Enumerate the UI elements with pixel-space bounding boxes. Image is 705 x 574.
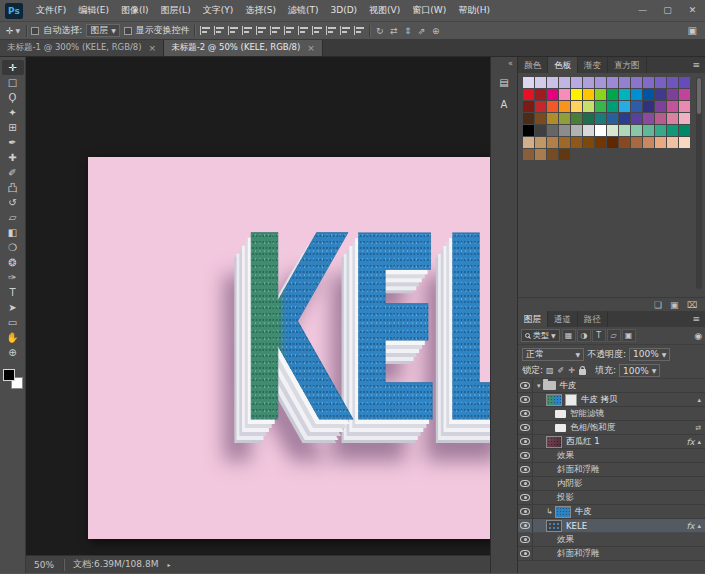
brush-tool[interactable]: ✐	[2, 165, 24, 180]
rectangular-marquee-tool[interactable]: □	[2, 75, 24, 90]
auto-select-checkbox[interactable]	[31, 27, 39, 35]
gradient-tool[interactable]: ◧	[2, 225, 24, 240]
swatch[interactable]	[643, 137, 654, 148]
visibility-toggle-icon[interactable]	[520, 480, 530, 487]
swatches-tab-1[interactable]: 颜色	[518, 57, 548, 73]
menu-image[interactable]: 图像(I)	[115, 0, 155, 21]
swatch[interactable]	[535, 77, 546, 88]
swatch[interactable]	[583, 101, 594, 112]
align-horizontal-centers-icon[interactable]	[255, 25, 267, 36]
foreground-color-swatch[interactable]	[3, 369, 15, 381]
swatch[interactable]	[643, 125, 654, 136]
swatch[interactable]	[595, 113, 606, 124]
swatch[interactable]	[679, 77, 690, 88]
visibility-toggle-icon[interactable]	[520, 396, 530, 403]
layer-row[interactable]: 牛皮 拷贝▴	[518, 393, 705, 407]
character-panel-icon[interactable]: A	[495, 97, 513, 112]
fill-dropdown[interactable]: 100% ▼	[619, 364, 660, 377]
swatch[interactable]	[643, 89, 654, 100]
3d-rotate-icon[interactable]: ↻	[374, 26, 386, 36]
swatch[interactable]	[607, 89, 618, 100]
swatch[interactable]	[523, 149, 534, 160]
eyedropper-tool[interactable]: ✒	[2, 135, 24, 150]
menu-edit[interactable]: 编辑(E)	[72, 0, 115, 21]
layer-thumbnail[interactable]	[555, 506, 571, 518]
fx-badge[interactable]: fx	[686, 437, 694, 447]
adjustment-layer-filter-icon[interactable]: ◑	[577, 329, 591, 342]
lock-transparent-pixels-icon[interactable]: ▨	[546, 366, 554, 375]
swatch[interactable]	[535, 113, 546, 124]
disclosure-triangle-icon[interactable]: ▾	[537, 382, 541, 390]
auto-select-dropdown[interactable]: 图层 ▼	[86, 24, 120, 37]
new-swatch-icon[interactable]: ❏	[654, 300, 662, 310]
swatch[interactable]	[559, 101, 570, 112]
layer-row[interactable]: 效果	[518, 533, 705, 547]
type-tool[interactable]: T	[2, 285, 24, 300]
swatch[interactable]	[631, 89, 642, 100]
swatch[interactable]	[655, 77, 666, 88]
move-tool[interactable]: ✛	[2, 60, 24, 75]
dodge-tool[interactable]: ❂	[2, 255, 24, 270]
swatch[interactable]	[547, 149, 558, 160]
swatch[interactable]	[607, 101, 618, 112]
layer-thumbnail[interactable]	[546, 520, 562, 532]
swatch[interactable]	[547, 113, 558, 124]
layer-thumbnail[interactable]	[546, 394, 562, 406]
workspace-switcher-icon[interactable]: ▣	[688, 25, 697, 36]
distribute-vertical-centers-icon[interactable]	[297, 25, 309, 36]
lock-position-icon[interactable]: ✛	[568, 366, 575, 375]
swatch[interactable]	[571, 89, 582, 100]
3d-scale-icon[interactable]: ⊕	[430, 26, 442, 36]
layer-thumbnail[interactable]	[546, 436, 562, 448]
visibility-toggle-icon[interactable]	[520, 550, 530, 557]
history-brush-tool[interactable]: ↺	[2, 195, 24, 210]
lock-image-pixels-icon[interactable]: ✐	[558, 366, 565, 375]
menu-layer[interactable]: 图层(L)	[155, 0, 197, 21]
swatch[interactable]	[559, 89, 570, 100]
swatch[interactable]	[655, 101, 666, 112]
swatch[interactable]	[655, 89, 666, 100]
pixel-layer-filter-icon[interactable]: ▦	[562, 329, 576, 342]
swatch[interactable]	[595, 101, 606, 112]
swatch[interactable]	[571, 137, 582, 148]
swatches-tab-4[interactable]: 直方图	[608, 57, 647, 73]
swatch[interactable]	[643, 101, 654, 112]
swatch[interactable]	[595, 77, 606, 88]
swatch[interactable]	[523, 125, 534, 136]
current-tool-badge[interactable]: ✛ ▼	[4, 26, 22, 36]
swatch[interactable]	[619, 113, 630, 124]
swatch[interactable]	[643, 77, 654, 88]
swatch[interactable]	[583, 113, 594, 124]
menu-file[interactable]: 文件(F)	[30, 0, 72, 21]
3d-roll-icon[interactable]: ⇄	[388, 26, 400, 36]
layers-tab-2[interactable]: 通道	[548, 311, 578, 327]
align-bottom-edges-icon[interactable]	[227, 25, 239, 36]
distribute-top-edges-icon[interactable]	[283, 25, 295, 36]
swatch[interactable]	[535, 89, 546, 100]
swatch[interactable]	[559, 113, 570, 124]
align-top-edges-icon[interactable]	[199, 25, 211, 36]
3d-drag-icon[interactable]: ⇕	[402, 26, 414, 36]
swatch[interactable]	[619, 137, 630, 148]
swatch[interactable]	[559, 125, 570, 136]
swatch[interactable]	[679, 137, 690, 148]
swatch[interactable]	[619, 89, 630, 100]
filter-blend-options-icon[interactable]: ⇄	[695, 424, 701, 432]
swatch[interactable]	[643, 113, 654, 124]
swatch[interactable]	[679, 113, 690, 124]
rectangle-tool[interactable]: ▭	[2, 315, 24, 330]
swatch[interactable]	[547, 89, 558, 100]
distribute-right-edges-icon[interactable]	[353, 25, 365, 36]
visibility-toggle-icon[interactable]	[520, 438, 530, 445]
layer-row[interactable]: 色相/饱和度⇄	[518, 421, 705, 435]
swatch[interactable]	[547, 101, 558, 112]
swatch[interactable]	[655, 125, 666, 136]
shape-layer-filter-icon[interactable]: ▱	[607, 329, 621, 342]
align-left-edges-icon[interactable]	[241, 25, 253, 36]
collapse-effects-icon[interactable]: ▴	[697, 396, 701, 404]
swatch[interactable]	[607, 125, 618, 136]
layer-kind-dropdown[interactable]: 类型 ▼	[521, 329, 560, 342]
swatch[interactable]	[583, 137, 594, 148]
swatch[interactable]	[631, 137, 642, 148]
crop-tool[interactable]: ⊞	[2, 120, 24, 135]
